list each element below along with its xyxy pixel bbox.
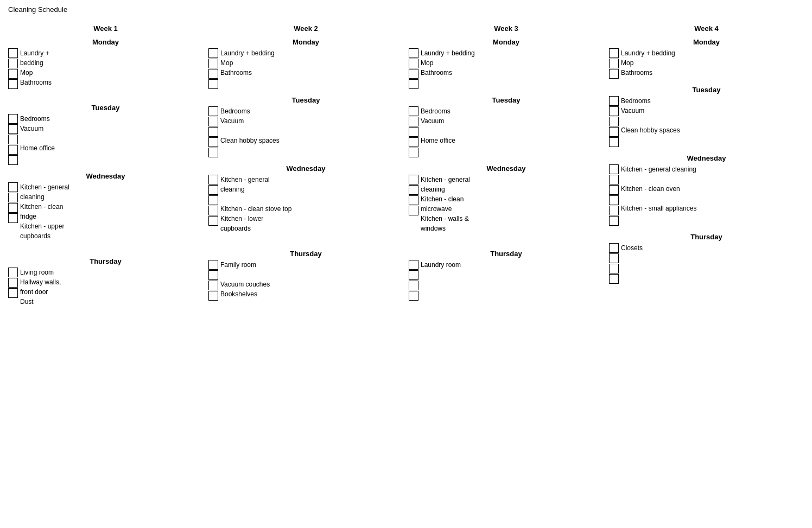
day-section-w1-wednesday: Kitchen - generalcleaningKitchen - clean…	[8, 182, 203, 251]
checkbox-w3-wednesday-1[interactable]	[409, 185, 418, 195]
checkbox-w4-wednesday-2[interactable]	[609, 185, 619, 195]
checkbox-w4-wednesday-4[interactable]	[609, 206, 619, 215]
day-section-w2-monday: Laundry + beddingMopBathrooms	[208, 48, 403, 90]
task-item-w1-wednesday-0: Kitchen - generalcleaning	[20, 182, 203, 202]
checkbox-w3-wednesday-0[interactable]	[409, 175, 418, 185]
checkbox-w1-wednesday-2[interactable]	[8, 203, 18, 213]
day-section-w4-thursday: Closets	[609, 243, 804, 284]
checkbox-w3-tuesday-2[interactable]	[409, 127, 418, 137]
checkbox-w4-wednesday-5[interactable]	[609, 216, 619, 226]
task-item-w4-thursday-1	[621, 253, 804, 263]
checkbox-w1-wednesday-1[interactable]	[8, 193, 18, 202]
day-section-w1-monday: Laundry +beddingMopBathrooms	[8, 48, 203, 97]
task-item-w2-wednesday-4	[220, 233, 403, 243]
checkbox-w2-thursday-0[interactable]	[208, 260, 218, 270]
checkbox-w1-monday-3[interactable]	[8, 79, 18, 89]
checkbox-col-w3-wednesday	[409, 175, 418, 216]
checkbox-w1-tuesday-3[interactable]	[8, 145, 18, 155]
checkbox-w2-wednesday-2[interactable]	[208, 195, 218, 205]
checkbox-w4-wednesday-3[interactable]	[609, 195, 619, 205]
checkbox-w4-wednesday-0[interactable]	[609, 164, 619, 174]
checkbox-w1-tuesday-1[interactable]	[8, 124, 18, 134]
task-item-w1-tuesday-1: Vacuum	[20, 124, 203, 133]
checkbox-w3-monday-3[interactable]	[409, 79, 418, 89]
checkbox-w3-monday-1[interactable]	[409, 59, 418, 68]
checkbox-w1-thursday-2[interactable]	[8, 288, 18, 298]
checkbox-w2-monday-2[interactable]	[208, 69, 218, 79]
task-item-w4-thursday-2	[621, 263, 804, 272]
tasks-col-w3-monday: Laundry + beddingMopBathrooms	[421, 48, 604, 87]
day-section-w3-monday: Laundry + beddingMopBathrooms	[409, 48, 604, 90]
checkbox-w4-tuesday-3[interactable]	[609, 127, 619, 137]
checkbox-w2-tuesday-3[interactable]	[208, 137, 218, 147]
checkbox-w2-tuesday-4[interactable]	[208, 148, 218, 157]
checkbox-w2-monday-0[interactable]	[208, 48, 218, 58]
checkbox-col-w3-tuesday	[409, 106, 418, 158]
checkbox-w4-monday-0[interactable]	[609, 48, 619, 58]
checkbox-w1-monday-1[interactable]	[8, 59, 18, 68]
checkbox-w2-wednesday-1[interactable]	[208, 185, 218, 195]
day-section-w2-tuesday: BedroomsVacuumClean hobby spaces	[208, 106, 403, 158]
checkbox-w2-tuesday-0[interactable]	[208, 106, 218, 116]
checkbox-w4-monday-1[interactable]	[609, 59, 619, 68]
checkbox-w4-tuesday-4[interactable]	[609, 137, 619, 147]
checkbox-w1-monday-2[interactable]	[8, 69, 18, 79]
checkbox-w1-wednesday-0[interactable]	[8, 182, 18, 192]
checkbox-w3-thursday-1[interactable]	[409, 270, 418, 280]
checkbox-w1-monday-0[interactable]	[8, 48, 18, 58]
task-item-w4-monday-0: Laundry + bedding	[621, 48, 804, 58]
day-section-w3-thursday: Laundry room	[409, 260, 604, 301]
task-item-w4-tuesday-2	[621, 116, 804, 125]
checkbox-w1-thursday-0[interactable]	[8, 268, 18, 277]
task-item-w1-tuesday-4	[20, 153, 203, 163]
checkbox-w3-monday-2[interactable]	[409, 69, 418, 79]
checkbox-w1-wednesday-3[interactable]	[8, 213, 18, 223]
checkbox-w4-tuesday-1[interactable]	[609, 106, 619, 116]
checkbox-w2-thursday-2[interactable]	[208, 281, 218, 290]
checkbox-w4-tuesday-0[interactable]	[609, 96, 619, 106]
checkbox-w3-thursday-2[interactable]	[409, 281, 418, 290]
checkbox-w4-monday-2[interactable]	[609, 69, 619, 79]
day-section-w1-thursday: Living roomHallway walls,front doorDust	[8, 268, 203, 307]
day-section-w3-wednesday: Kitchen - generalcleaningKitchen - clean…	[409, 175, 604, 243]
task-item-w2-tuesday-3: Clean hobby spaces	[220, 136, 403, 145]
day-section-w4-monday: Laundry + beddingMopBathrooms	[609, 48, 804, 79]
checkbox-w4-thursday-3[interactable]	[609, 274, 619, 284]
tasks-col-w2-thursday: Family roomVacuum couchesBookshelves	[220, 260, 403, 299]
task-item-w1-monday-3	[20, 87, 203, 97]
checkbox-w1-thursday-1[interactable]	[8, 278, 18, 288]
checkbox-w2-wednesday-3[interactable]	[208, 206, 218, 215]
tasks-col-w1-thursday: Living roomHallway walls,front doorDust	[20, 268, 203, 307]
checkbox-w3-tuesday-1[interactable]	[409, 117, 418, 126]
task-item-w1-monday-0: Laundry +bedding	[20, 48, 203, 68]
checkbox-w4-thursday-0[interactable]	[609, 243, 619, 253]
checkbox-w1-tuesday-2[interactable]	[8, 135, 18, 144]
checkbox-w1-tuesday-0[interactable]	[8, 114, 18, 124]
checkbox-col-w1-thursday	[8, 268, 18, 298]
checkbox-w3-thursday-3[interactable]	[409, 291, 418, 301]
checkbox-w3-thursday-0[interactable]	[409, 260, 418, 270]
checkbox-w2-monday-1[interactable]	[208, 59, 218, 68]
checkbox-w2-tuesday-1[interactable]	[208, 117, 218, 126]
checkbox-w4-thursday-2[interactable]	[609, 264, 619, 273]
checkbox-w2-wednesday-0[interactable]	[208, 175, 218, 185]
checkbox-w3-wednesday-2[interactable]	[409, 195, 418, 205]
checkbox-w3-monday-0[interactable]	[409, 48, 418, 58]
checkbox-w1-tuesday-4[interactable]	[8, 155, 18, 165]
checkbox-w4-tuesday-2[interactable]	[609, 117, 619, 126]
week-header-3: Week 3	[409, 24, 604, 33]
checkbox-w2-wednesday-4[interactable]	[208, 216, 218, 226]
tasks-col-w2-wednesday: Kitchen - generalcleaningKitchen - clean…	[220, 175, 403, 243]
task-item-w4-tuesday-4	[621, 135, 804, 145]
checkbox-w4-wednesday-1[interactable]	[609, 175, 619, 185]
task-item-w2-tuesday-1: Vacuum	[220, 116, 403, 126]
checkbox-w2-thursday-3[interactable]	[208, 291, 218, 301]
checkbox-w3-wednesday-3[interactable]	[409, 206, 418, 215]
checkbox-w4-thursday-1[interactable]	[609, 253, 619, 263]
checkbox-w3-tuesday-3[interactable]	[409, 137, 418, 147]
checkbox-w2-thursday-1[interactable]	[208, 270, 218, 280]
checkbox-w3-tuesday-4[interactable]	[409, 148, 418, 157]
checkbox-w2-tuesday-2[interactable]	[208, 127, 218, 137]
checkbox-w2-monday-3[interactable]	[208, 79, 218, 89]
checkbox-w3-tuesday-0[interactable]	[409, 106, 418, 116]
